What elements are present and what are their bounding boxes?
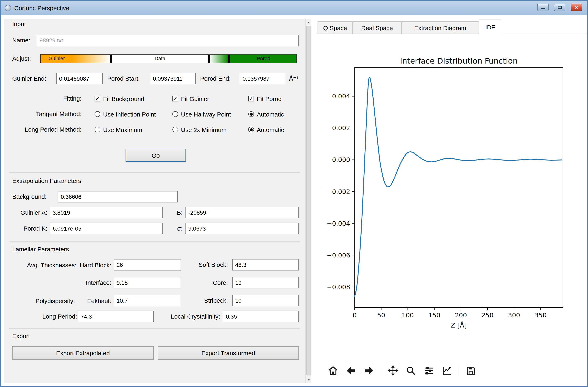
- soft-block-input[interactable]: [232, 259, 299, 270]
- adjust-label: Adjust:: [12, 54, 31, 63]
- polydispersity-eekhaut-label: Polydispersity: Eekhaut:: [4, 295, 111, 306]
- svg-text:0.004: 0.004: [332, 92, 350, 100]
- tab-q-space[interactable]: Q Space: [317, 21, 353, 34]
- core-label: Core:: [159, 277, 228, 288]
- minimize-button[interactable]: [537, 4, 549, 11]
- eekhaut-label: Eekhaut:: [87, 297, 111, 304]
- vertical-scrollbar[interactable]: ▲ ▼: [305, 19, 312, 383]
- save-button[interactable]: [465, 365, 477, 377]
- interface-label: Interface:: [4, 277, 111, 288]
- guinier-end-handle[interactable]: [110, 55, 112, 63]
- fit-porod-checkbox[interactable]: Fit Porod: [248, 94, 282, 103]
- back-button[interactable]: [345, 365, 357, 377]
- stribeck-label: Stribeck:: [159, 295, 228, 306]
- toolbar-separator: [381, 365, 381, 376]
- titlebar[interactable]: Corfunc Perspective ✕: [1, 1, 587, 15]
- scroll-down-button[interactable]: ▼: [306, 376, 312, 383]
- radio-long-period-automatic[interactable]: Automatic: [248, 125, 284, 134]
- svg-text:Z [Å]: Z [Å]: [451, 321, 467, 329]
- checkbox-label: Fit Guinier: [181, 95, 209, 102]
- forward-icon: [364, 366, 374, 376]
- stribeck-input[interactable]: [232, 295, 299, 306]
- soft-block-label: Soft Block:: [159, 259, 228, 270]
- export-transformed-button[interactable]: Export Transformed: [158, 346, 299, 360]
- svg-text:−0.006: −0.006: [327, 252, 350, 259]
- b-input[interactable]: [186, 207, 299, 218]
- svg-text:350: 350: [535, 311, 547, 319]
- porod-end-handle[interactable]: [228, 55, 230, 63]
- radio-icon: [95, 111, 100, 117]
- porod-start-input[interactable]: [150, 73, 196, 84]
- input-panel: Input Name: Adjust: Guinier Data Porod G…: [4, 19, 305, 383]
- avg-thicknesses-hard-block-label: Avg. Thicknesses: Hard Block:: [4, 259, 111, 270]
- long-period-input[interactable]: [78, 311, 154, 322]
- scroll-up-button[interactable]: ▲: [306, 19, 312, 25]
- minimize-icon: [541, 8, 545, 9]
- porod-k-label: Porod K:: [4, 223, 47, 234]
- svg-text:0.000: 0.000: [332, 156, 350, 163]
- slider-guinier-region: Guinier: [41, 55, 73, 63]
- svg-text:150: 150: [428, 311, 440, 319]
- pan-button[interactable]: [387, 365, 399, 377]
- guinier-end-input[interactable]: [56, 73, 103, 84]
- radio-icon: [95, 127, 100, 132]
- app-icon: [5, 5, 11, 11]
- name-input[interactable]: [37, 35, 299, 46]
- radio-use-halfway-point[interactable]: Use Halfway Point: [172, 110, 231, 119]
- local-crystallinity-input[interactable]: [223, 311, 299, 322]
- tab-bar: Q Space Real Space Extraction Diagram ID…: [317, 20, 587, 34]
- adjust-slider[interactable]: Guinier Data Porod: [40, 54, 297, 63]
- tab-extraction-diagram[interactable]: Extraction Diagram: [401, 21, 479, 34]
- fit-background-checkbox[interactable]: Fit Background: [95, 94, 144, 103]
- radio-tangent-automatic[interactable]: Automatic: [248, 110, 284, 119]
- slider-data-label: Data: [155, 56, 166, 61]
- local-crystallinity-label: Local Crystallinity:: [159, 311, 220, 322]
- core-input[interactable]: [232, 277, 299, 288]
- sigma-input[interactable]: [186, 223, 299, 234]
- tab-real-space[interactable]: Real Space: [353, 21, 401, 34]
- porod-start-handle[interactable]: [208, 55, 210, 63]
- svg-text:0.002: 0.002: [332, 124, 350, 132]
- lamellar-section-header: Lamellar Parameters: [12, 246, 69, 253]
- background-input[interactable]: [58, 191, 178, 203]
- section-divider: [9, 328, 300, 329]
- customize-icon: [441, 366, 452, 376]
- scrollbar-thumb[interactable]: [306, 26, 312, 375]
- idf-chart[interactable]: 0501001502002503003500.0040.0020.000−0.0…: [315, 37, 588, 330]
- svg-text:−0.002: −0.002: [327, 188, 350, 195]
- radio-icon: [248, 127, 254, 132]
- plot-panel: Q Space Real Space Extraction Diagram ID…: [315, 16, 588, 387]
- slider-data-region: Data: [112, 55, 208, 63]
- radio-use-inflection-point[interactable]: Use Inflection Point: [95, 110, 156, 119]
- input-section-header: Input: [12, 20, 26, 28]
- go-button[interactable]: Go: [126, 149, 186, 162]
- svg-text:200: 200: [455, 311, 467, 319]
- long-period-label: Long Period:: [4, 311, 77, 322]
- maximize-icon: [558, 6, 562, 9]
- export-extrapolated-button[interactable]: Export Extrapolated: [12, 346, 154, 360]
- home-button[interactable]: [327, 365, 339, 377]
- corfunc-window: Corfunc Perspective ✕ Input Name: Adjust…: [0, 0, 588, 387]
- tab-idf[interactable]: IDF: [479, 20, 501, 34]
- radio-use-2x-minimum[interactable]: Use 2x Minimum: [172, 125, 227, 134]
- porod-end-input[interactable]: [240, 73, 285, 84]
- customize-button[interactable]: [441, 365, 453, 377]
- svg-text:−0.008: −0.008: [327, 283, 350, 291]
- name-label: Name:: [12, 35, 30, 46]
- subplots-icon: [423, 366, 434, 376]
- maximize-button[interactable]: [554, 4, 565, 11]
- fit-guinier-checkbox[interactable]: Fit Guinier: [172, 94, 209, 103]
- checkbox-icon: [248, 96, 254, 102]
- radio-label: Use 2x Minimum: [181, 126, 227, 133]
- radio-use-maximum[interactable]: Use Maximum: [95, 125, 142, 134]
- hard-block-label: Hard Block:: [80, 261, 111, 268]
- svg-text:−0.004: −0.004: [327, 220, 350, 227]
- forward-button[interactable]: [363, 365, 375, 377]
- guinier-a-label: Guinier A:: [4, 207, 47, 218]
- subplots-button[interactable]: [423, 365, 435, 377]
- avg-thicknesses-label: Avg. Thicknesses:: [27, 261, 76, 268]
- zoom-button[interactable]: [405, 365, 417, 377]
- section-divider: [9, 172, 300, 173]
- close-button[interactable]: ✕: [571, 4, 582, 11]
- svg-text:Interface Distribution Functio: Interface Distribution Function: [400, 56, 518, 65]
